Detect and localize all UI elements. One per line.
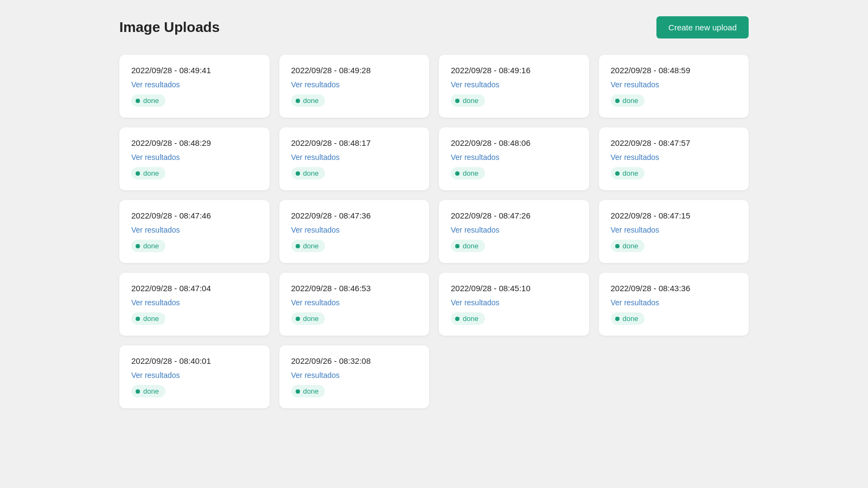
status-label: done <box>463 314 478 323</box>
status-dot-icon <box>296 389 300 394</box>
upload-card: 2022/09/28 - 08:43:36Ver resultadosdone <box>599 273 749 336</box>
page-header: Image Uploads Create new upload <box>119 16 749 38</box>
status-label: done <box>303 387 319 395</box>
status-dot-icon <box>455 171 459 176</box>
card-timestamp: 2022/09/28 - 08:47:46 <box>131 211 258 220</box>
upload-card: 2022/09/28 - 08:46:53Ver resultadosdone <box>279 273 430 336</box>
ver-resultados-link[interactable]: Ver resultados <box>291 298 418 307</box>
ver-resultados-link[interactable]: Ver resultados <box>451 226 577 234</box>
status-label: done <box>623 242 639 250</box>
status-dot-icon <box>136 244 140 248</box>
card-timestamp: 2022/09/28 - 08:49:41 <box>131 66 258 75</box>
ver-resultados-link[interactable]: Ver resultados <box>611 80 737 89</box>
card-timestamp: 2022/09/28 - 08:48:59 <box>611 66 737 75</box>
status-badge: done <box>611 167 645 179</box>
ver-resultados-link[interactable]: Ver resultados <box>291 371 418 380</box>
upload-card: 2022/09/28 - 08:47:15Ver resultadosdone <box>599 200 749 263</box>
status-badge: done <box>131 94 165 107</box>
status-label: done <box>463 169 478 177</box>
card-timestamp: 2022/09/26 - 08:32:08 <box>291 356 418 365</box>
status-dot-icon <box>455 99 459 103</box>
upload-card: 2022/09/28 - 08:49:28Ver resultadosdone <box>279 55 430 118</box>
status-dot-icon <box>455 244 459 248</box>
status-dot-icon <box>615 99 620 103</box>
upload-card: 2022/09/28 - 08:47:26Ver resultadosdone <box>439 200 589 263</box>
status-label: done <box>303 169 319 177</box>
status-label: done <box>143 169 159 177</box>
upload-card: 2022/09/28 - 08:40:01Ver resultadosdone <box>119 345 270 408</box>
status-label: done <box>303 97 319 105</box>
card-timestamp: 2022/09/28 - 08:45:10 <box>451 284 577 293</box>
card-timestamp: 2022/09/28 - 08:49:16 <box>451 66 577 75</box>
status-label: done <box>303 242 319 250</box>
status-dot-icon <box>136 99 140 103</box>
ver-resultados-link[interactable]: Ver resultados <box>611 153 737 162</box>
upload-card: 2022/09/28 - 08:47:46Ver resultadosdone <box>119 200 270 263</box>
status-label: done <box>143 97 159 105</box>
status-badge: done <box>291 167 326 179</box>
card-timestamp: 2022/09/28 - 08:48:06 <box>451 138 577 147</box>
cards-grid: 2022/09/28 - 08:49:41Ver resultadosdone2… <box>119 55 749 408</box>
upload-card: 2022/09/26 - 08:32:08Ver resultadosdone <box>279 345 430 408</box>
status-label: done <box>143 242 159 250</box>
status-label: done <box>623 314 639 323</box>
ver-resultados-link[interactable]: Ver resultados <box>451 153 577 162</box>
status-dot-icon <box>296 317 300 321</box>
ver-resultados-link[interactable]: Ver resultados <box>131 80 258 89</box>
status-badge: done <box>131 312 165 325</box>
status-dot-icon <box>296 244 300 248</box>
upload-card: 2022/09/28 - 08:48:59Ver resultadosdone <box>599 55 749 118</box>
upload-card: 2022/09/28 - 08:49:16Ver resultadosdone <box>439 55 589 118</box>
upload-card: 2022/09/28 - 08:47:36Ver resultadosdone <box>279 200 430 263</box>
page-container: Image Uploads Create new upload 2022/09/… <box>108 0 760 425</box>
status-dot-icon <box>136 171 140 176</box>
card-timestamp: 2022/09/28 - 08:48:17 <box>291 138 418 147</box>
ver-resultados-link[interactable]: Ver resultados <box>291 226 418 234</box>
status-label: done <box>463 97 478 105</box>
status-label: done <box>143 387 159 395</box>
status-label: done <box>623 97 639 105</box>
ver-resultados-link[interactable]: Ver resultados <box>131 153 258 162</box>
page-title: Image Uploads <box>119 19 220 36</box>
ver-resultados-link[interactable]: Ver resultados <box>291 80 418 89</box>
status-label: done <box>463 242 478 250</box>
upload-card: 2022/09/28 - 08:49:41Ver resultadosdone <box>119 55 270 118</box>
ver-resultados-link[interactable]: Ver resultados <box>131 298 258 307</box>
ver-resultados-link[interactable]: Ver resultados <box>451 80 577 89</box>
upload-card: 2022/09/28 - 08:47:57Ver resultadosdone <box>599 127 749 190</box>
status-badge: done <box>291 312 326 325</box>
upload-card: 2022/09/28 - 08:48:29Ver resultadosdone <box>119 127 270 190</box>
ver-resultados-link[interactable]: Ver resultados <box>291 153 418 162</box>
status-badge: done <box>451 94 485 107</box>
upload-card: 2022/09/28 - 08:48:17Ver resultadosdone <box>279 127 430 190</box>
upload-card: 2022/09/28 - 08:47:04Ver resultadosdone <box>119 273 270 336</box>
upload-card: 2022/09/28 - 08:48:06Ver resultadosdone <box>439 127 589 190</box>
status-badge: done <box>131 167 165 179</box>
status-badge: done <box>451 240 485 252</box>
status-dot-icon <box>615 171 620 176</box>
card-timestamp: 2022/09/28 - 08:47:57 <box>611 138 737 147</box>
ver-resultados-link[interactable]: Ver resultados <box>611 226 737 234</box>
status-dot-icon <box>296 171 300 176</box>
status-dot-icon <box>136 317 140 321</box>
status-badge: done <box>131 240 165 252</box>
ver-resultados-link[interactable]: Ver resultados <box>611 298 737 307</box>
card-timestamp: 2022/09/28 - 08:47:26 <box>451 211 577 220</box>
card-timestamp: 2022/09/28 - 08:49:28 <box>291 66 418 75</box>
ver-resultados-link[interactable]: Ver resultados <box>131 371 258 380</box>
card-timestamp: 2022/09/28 - 08:43:36 <box>611 284 737 293</box>
card-timestamp: 2022/09/28 - 08:48:29 <box>131 138 258 147</box>
create-new-upload-button[interactable]: Create new upload <box>656 16 749 38</box>
card-timestamp: 2022/09/28 - 08:47:04 <box>131 284 258 293</box>
card-timestamp: 2022/09/28 - 08:47:15 <box>611 211 737 220</box>
status-badge: done <box>451 312 485 325</box>
status-label: done <box>303 314 319 323</box>
ver-resultados-link[interactable]: Ver resultados <box>131 226 258 234</box>
status-dot-icon <box>615 244 620 248</box>
status-badge: done <box>291 94 326 107</box>
ver-resultados-link[interactable]: Ver resultados <box>451 298 577 307</box>
status-label: done <box>143 314 159 323</box>
status-badge: done <box>291 240 326 252</box>
status-badge: done <box>611 94 645 107</box>
card-timestamp: 2022/09/28 - 08:46:53 <box>291 284 418 293</box>
